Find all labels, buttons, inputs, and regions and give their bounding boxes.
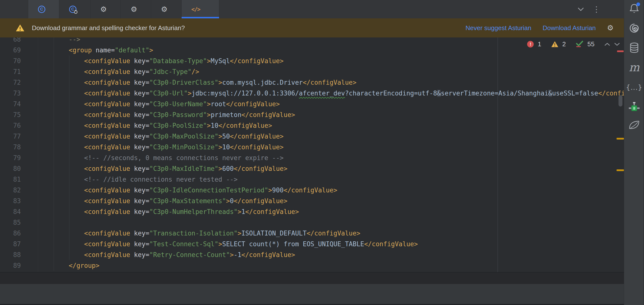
line-number: 88 [0,251,21,259]
inspections-widget[interactable]: ! 1 2 55 [527,40,620,48]
maven-icon[interactable]: m [624,61,644,74]
warning-count: 2 [562,40,566,48]
code-text: <configValue key="Retry-Connect-Count">-… [21,251,295,259]
notifications-bell-icon[interactable] [624,2,644,15]
code-text: <configValue key="Database-Type">MySql</… [21,57,284,65]
line-number: 72 [0,79,21,86]
code-line-83[interactable]: 83 <configValue key="C3p0-MaxStatements"… [0,196,624,206]
tab-application-properties[interactable]: ⚙ [90,0,121,18]
code-text: <configValue key="C3p0-PoolSize">10</con… [21,122,272,129]
code-line-78[interactable]: 78 <configValue key="C3p0-MinPoolSize">1… [0,142,624,152]
line-number: 85 [0,219,21,226]
prev-problem-chevron-up-icon[interactable] [604,43,610,46]
code-line-79[interactable]: 79 <!-- //seconds, 0 means connections n… [0,152,624,163]
error-icon: ! [527,41,534,47]
tab-options-kebab-icon[interactable]: ⋮ [592,5,600,13]
line-number: 76 [0,122,21,129]
database-icon[interactable] [624,41,644,54]
properties-gear-icon: ⚙ [130,6,137,13]
next-problem-chevron-down-icon[interactable] [614,43,620,46]
never-suggest-link[interactable]: Never suggest Asturian [465,24,531,32]
suggestion-banner: Download grammar and spelling checker fo… [0,18,624,37]
code-line-80[interactable]: 80 <configValue key="C3p0-MaxIdleTime">6… [0,163,624,174]
code-text: <configValue key="C3p0-DriverClass">com.… [21,79,356,86]
code-line-85[interactable]: 85 [0,217,624,228]
notification-dot [636,2,640,6]
code-line-73[interactable]: 73 <configValue key="C3p0-Url">jdbc:mysq… [0,88,624,99]
window-bottom-edge [0,304,624,305]
line-number: 77 [0,133,21,140]
download-link[interactable]: Download Asturian [542,24,596,32]
code-line-75[interactable]: 75 <configValue key="C3p0-Password">prim… [0,109,624,120]
line-number: 82 [0,187,21,194]
tab-Application-java[interactable]: C [59,0,90,18]
code-text: <!-- //idle connections never tested --> [21,176,238,183]
code-text: <configValue key="C3p0-UserName">root</c… [21,100,280,108]
code-line-84[interactable]: 84 <configValue key="C3p0-NumHelperThrea… [0,206,624,217]
warning-stripe-mark[interactable] [616,169,624,171]
tab-application-nacos-properties[interactable]: ⚙ [151,0,182,18]
code-text: <!-- //seconds, 0 means connections neve… [21,154,284,162]
code-line-88[interactable]: 88 <configValue key="Retry-Connect-Count… [0,250,624,260]
error-stripe-mark[interactable] [617,50,624,52]
code-line-86[interactable]: 86 <configValue key="Transaction-Isolati… [0,228,624,239]
line-number: 68 [0,37,21,43]
warning-stripe-mark[interactable] [616,138,624,140]
editor-tab-bar: CC⚙⚙⚙</> ⋮ [0,0,624,18]
line-number: 70 [0,57,21,65]
error-count: 1 [538,40,541,48]
code-line-89[interactable]: 89 </group> [0,260,624,271]
code-line-72[interactable]: 72 <configValue key="C3p0-DriverClass">c… [0,77,624,88]
right-tool-stripe: m{...} [624,0,644,305]
device-hub-icon[interactable] [624,101,644,113]
line-number: 80 [0,165,21,172]
line-number: 79 [0,154,21,162]
code-text: <configValue key="C3p0-MinPoolSize">10</… [21,143,284,151]
properties-gear-icon: ⚙ [161,6,168,13]
class-icon: C [38,6,45,13]
code-text: <configValue key="C3p0-MaxPoolSize">50</… [21,133,284,140]
tab-application-job-properties[interactable]: ⚙ [121,0,151,18]
tab-java[interactable] [0,0,28,18]
line-number: 78 [0,143,21,151]
line-number: 84 [0,208,21,215]
warning-triangle-icon [551,41,558,47]
code-text: --> [21,37,80,43]
tab-StringUtil-class[interactable]: C [28,0,59,18]
code-line-74[interactable]: 74 <configValue key="C3p0-UserName">root… [0,99,624,109]
tab-overflow-chevron-down-icon[interactable] [577,7,584,11]
banner-settings-gear-icon[interactable]: ⚙ [607,24,614,31]
endpoints-icon[interactable]: {...} [624,81,644,94]
leaf-icon[interactable] [624,118,644,131]
code-editor[interactable]: 68 -->69 <group name="default">70 <confi… [0,37,624,273]
line-number: 69 [0,46,21,54]
line-number: 86 [0,230,21,237]
line-number: 87 [0,240,21,248]
code-line-87[interactable]: 87 <configValue key="Test-Connect-Sql">S… [0,239,624,250]
code-text: <group name="default"> [21,46,153,54]
line-number: 71 [0,68,21,75]
ai-assistant-icon[interactable] [624,22,644,34]
line-number: 74 [0,100,21,108]
code-text: <configValue key="C3p0-MaxStatements">0<… [21,197,288,205]
code-text: <configValue key="C3p0-IdleConnectionTes… [21,187,337,194]
line-number: 75 [0,111,21,118]
tab-user-config-xml[interactable]: </> [182,0,220,18]
code-line-70[interactable]: 70 <configValue key="Database-Type">MySq… [0,55,624,66]
code-text: <configValue key="C3p0-Url">jdbc:mysql:/… [21,90,624,97]
line-number: 81 [0,176,21,183]
line-number: 89 [0,262,21,269]
properties-gear-icon: ⚙ [100,6,107,13]
warning-icon [16,24,24,32]
code-line-76[interactable]: 76 <configValue key="C3p0-PoolSize">10</… [0,120,624,131]
vertical-scrollbar-thumb[interactable] [618,95,622,106]
ide-window: CC⚙⚙⚙</> ⋮ Download grammar and spelling… [0,0,644,305]
xml-file-icon: </> [192,6,200,12]
code-line-71[interactable]: 71 <configValue key="Jdbc-Type"/> [0,66,624,77]
code-line-82[interactable]: 82 <configValue key="C3p0-IdleConnection… [0,185,624,196]
code-text: <configValue key="Transaction-Isolation"… [21,230,360,237]
code-line-81[interactable]: 81 <!-- //idle connections never tested … [0,174,624,185]
code-line-77[interactable]: 77 <configValue key="C3p0-MaxPoolSize">5… [0,131,624,142]
line-number: 73 [0,90,21,97]
line-number: 83 [0,197,21,205]
